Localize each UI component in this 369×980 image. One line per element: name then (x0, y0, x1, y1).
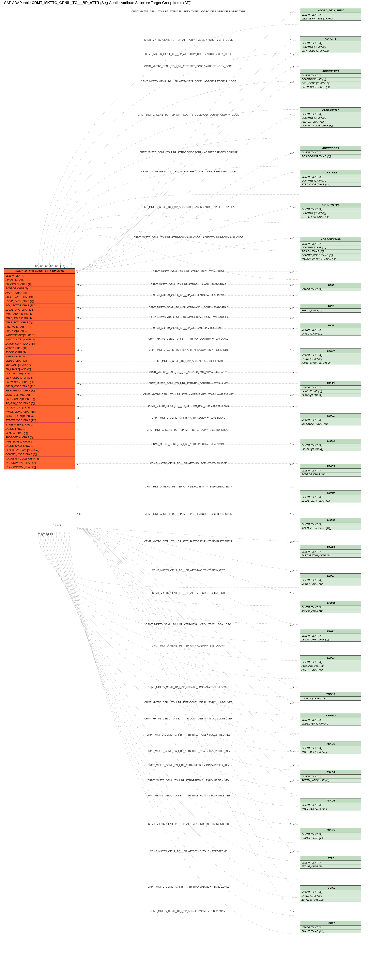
main-entity-field: NAMCOUNTRY [CHAR (3)] (4, 337, 75, 342)
cardinality-right: 0..N (290, 114, 294, 117)
entity-field: CLIENT [CLNT (3)] (300, 578, 361, 582)
main-entity-field: SOURCE [CHAR (4)] (4, 286, 75, 291)
entity-header: TB001 (300, 414, 361, 418)
entity-field: TOWNSHIP_CODE [CHAR (8)] (300, 257, 361, 261)
main-entity-field: TEL_COUNTRY [CHAR (3)] (4, 461, 75, 465)
relation-label: CRMT_MKTTG_GENIL_TG_I_BP_ATTR-DELI_SERV_… (97, 10, 280, 13)
entity-field: PREFIX_KEY [CHAR (4)] (300, 778, 361, 782)
relation-label: CRMT_MKTTG_GENIL_TG_I_BP_ATTR-TRANSPZONE… (97, 885, 280, 888)
relation-label: CRMT_MKTTG_GENIL_TG_I_BP_ATTR-REGION = T… (97, 416, 280, 419)
relation-label: CRMT_MKTTG_GENIL_TG_I_BP_ATTR-NAMCOUNTRY… (97, 348, 280, 351)
entity-field: CLIENT [CLNT (3)] (300, 207, 361, 211)
entity-header: TB023 (300, 518, 361, 522)
cardinality-right: 0..N (290, 823, 294, 826)
entity-field: CLIENT [CLNT (3)] (300, 803, 361, 807)
cardinality-right: 0..N (290, 317, 294, 319)
entity-field: CITY_CODE [CHAR (12)] (300, 49, 361, 52)
entity-header: TSAD2 (300, 742, 361, 746)
cardinality-left: 1 (76, 443, 78, 446)
main-entity-field: BU_LOGSYS [CHAR (10)] (4, 295, 75, 299)
main-entity-field: CITYH_CODE [CHAR (12)] (4, 384, 75, 388)
main-entity-field: LANGU_CORR [LANG (1)] (4, 342, 75, 346)
cardinality-right: 0..N (290, 405, 294, 408)
entity-field: CLIENT [CLNT (3)] (300, 775, 361, 778)
cardinality-right: 0..N (290, 624, 294, 626)
entity-header: TB027 (300, 574, 361, 578)
entity-field: COUNTRY [CHAR (3)] (300, 116, 361, 120)
main-entity-field: TOWNSHIP_CODE [CHAR (8)] (4, 457, 75, 461)
main-entity-field: PREFIX2 [CHAR (4)] (4, 329, 75, 333)
cardinality-right: 0..N (290, 236, 294, 239)
entity-field: COUNTRY [CHAR (3)] (300, 45, 361, 49)
relation-label: CRMT_MKTTG_GENIL_TG_I_BP_ATTR-NATIO = T0… (97, 360, 280, 363)
cardinality-right: 0..N (290, 795, 294, 797)
entity-field: CLIENT [CLNT (3)] (300, 746, 361, 750)
cardinality-left: 1 (76, 429, 78, 432)
entity-header: TB032 (300, 629, 361, 634)
entity-field: CLIENT [CLNT (3)] (300, 861, 361, 864)
cardinality-left: 1 (76, 462, 78, 465)
relation-label: CRMT_MKTTG_GENIL_TG_I_BP_ATTR-PARTGRPTYP… (97, 540, 280, 543)
relation-label: CRMT_MKTTG_GENIL_TG_I_BP_ATTR-BU_GROUP =… (97, 428, 280, 431)
relation-label: CRMT_MKTTG_GENIL_TG_I_BP_ATTR-REGIOGROUP… (97, 151, 280, 154)
cardinality-left: {0,1} (76, 306, 82, 309)
entity-tb028: TB028CLIENT [CLNT (3)]JOBGR [CHAR (4)] (300, 601, 361, 613)
cardinality-right: 0..N (290, 513, 294, 516)
cardinality-right: 0..N (290, 780, 294, 782)
entity-header: T000 (300, 283, 361, 287)
cardinality-right: 0..N (290, 417, 294, 420)
entity-field: CLIENT [CLNT (3)] (300, 73, 361, 77)
relation-label: CRMT_MKTTG_GENIL_TG_I_BP_ATTR-CITYH_CODE… (97, 38, 280, 41)
entity-header: ADRCITYPRT (300, 69, 361, 73)
entity-field: CLIENT [CLNT (3)] (300, 469, 361, 473)
main-entity: CRMT_MKTTG_GENIL_TG_I_BP_ATTRCLIENT [CLN… (4, 269, 75, 469)
cardinality-right: 0..N (290, 462, 294, 465)
entity-tb005: TB005CLIENT [CLNT (3)]SOURCE [CHAR (4)] (300, 464, 361, 477)
cardinality-right: 0..N (290, 569, 294, 572)
cardinality-right: 0..N (290, 270, 294, 273)
relation-label: CRMT_MKTTG_GENIL_TG_I_BP_ATTR-CITYP_CODE… (97, 80, 280, 83)
entity-tb027: TB027CLIENT [CLNT (3)]MARST [CHAR (1)] (300, 573, 361, 586)
relation-label: CRMT_MKTTG_GENIL_TG_I_BP_ATTR-PO_BOX_REG… (97, 405, 280, 408)
cardinality-left: 1 (76, 486, 78, 488)
cardinality-right: 0..N (290, 718, 294, 721)
entity-adrcity: ADRCITYCLIENT [CLNT (3)]COUNTRY [CHAR (3… (300, 37, 361, 53)
entity-field: ZONE1 [CHAR (10)] (300, 898, 361, 902)
entity-tb037: TB037CLIENT [CLNT (3)]AUOBJ [CHAR (10)]A… (300, 655, 361, 672)
entity-header: TSAD4 (300, 770, 361, 775)
entity-field: REGIOGROUP [CHAR (8)] (300, 154, 361, 158)
page-title: SAP ABAP table CRMT_MKTTG_GENIL_TG_I_BP_… (4, 1, 192, 5)
entity-header: TTZZ (300, 856, 361, 861)
entity-header: T005N (300, 349, 361, 353)
relation-label: CRMT_MKTTG_GENIL_TG_I_BP_ATTR-TITLE_ROYL… (97, 794, 280, 797)
cardinality-right: 0..N (290, 65, 294, 68)
entity-field: CLIENT [CLNT (3)] (300, 41, 361, 45)
main-entity-field: TIME_ZONE [CHAR (6)] (4, 439, 75, 444)
main-entity-field: CITYP_CODE [CHAR (8)] (4, 380, 75, 384)
relation-label: CRMT_MKTTG_GENIL_TG_I_BP_ATTR-TIME_ZONE … (97, 850, 280, 853)
cardinality-left: {0,1} (76, 417, 82, 420)
entity-field: COUNTY_CODE [CHAR (8)] (300, 124, 361, 127)
entity-field: AUOBJ [CHAR (10)] (300, 664, 361, 668)
entity-usr02: USR02MANDT [CLNT (3)]BNAME [CHAR (12)] (300, 921, 361, 934)
cardinality-left: {0,1} (76, 294, 82, 297)
cardinality-left: 1 (76, 270, 78, 273)
entity-field: COUNTRY [CHAR (3)] (300, 179, 361, 183)
entity-field: COUNTRY [CHAR (3)] (300, 245, 361, 250)
entity-adrcityprt: ADRCITYPRTCLIENT [CLNT (3)]COUNTRY [CHAR… (300, 69, 361, 89)
entity-addrc_deli_serv: ADDRC_DELI_SERVCLIENT [CLNT (3)]DELI_SER… (300, 8, 361, 21)
main-entity-field: IND_SECTOR [CHAR (10)] (4, 303, 75, 307)
entity-header: USR02 (300, 921, 361, 926)
relation-label: CRMT_MKTTG_GENIL_TG_I_BP_ATTR-STREETABBR… (97, 206, 280, 208)
entity-field: ORIGIN [CHAR (4)] (300, 836, 361, 840)
entity-field: JOBGR [CHAR (4)] (300, 609, 361, 613)
cardinality-right: 0..N (290, 540, 294, 543)
main-entity-field: MARST [CHAR (1)] (4, 346, 75, 350)
entity-header: ADDRC_DELI_SERV (300, 8, 361, 13)
entity-header: ADRTOWNSHIP (300, 237, 361, 242)
cardinality-right: 0..N (290, 645, 294, 648)
main-entity-field: PO_BOX_REG [CHAR (3)] (4, 401, 75, 406)
entity-field: LAND1 [CHAR (3)] (300, 357, 361, 361)
entity-header: TB005 (300, 464, 361, 469)
relation-label: CRMT_MKTTG_GENIL_TG_I_BP_ATTR-BPKIND = T… (97, 443, 280, 445)
